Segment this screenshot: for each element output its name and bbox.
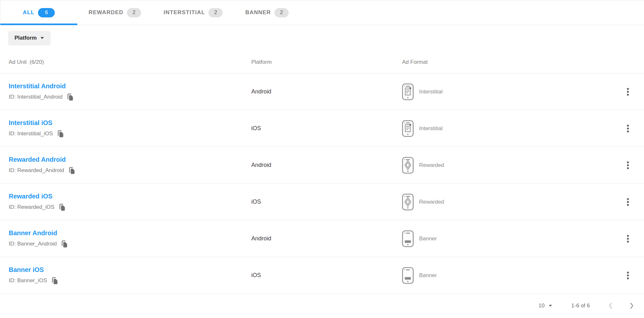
page-size-select[interactable]: 10 xyxy=(538,303,553,309)
banner-phone-icon xyxy=(402,267,414,284)
ad-unit-link[interactable]: Banner Android xyxy=(9,229,57,237)
copy-icon xyxy=(59,203,66,211)
platform-cell: Android xyxy=(251,235,402,242)
ad-unit-link[interactable]: Interstitial Android xyxy=(9,82,66,90)
chevron-left-icon xyxy=(608,302,613,310)
tab-all-count-badge: 6 xyxy=(38,8,55,17)
ad-unit-id-line: ID: Rewarded_iOS xyxy=(9,203,251,211)
ad-unit-link[interactable]: Interstitial iOS xyxy=(9,119,53,127)
ad-unit-id: ID: Banner_iOS xyxy=(9,277,47,284)
tab-all[interactable]: ALL 6 xyxy=(0,0,77,25)
page-size-value: 10 xyxy=(538,303,544,309)
platform-cell: iOS xyxy=(251,198,402,205)
filter-bar: Platform xyxy=(0,25,644,51)
row-menu-button[interactable] xyxy=(624,269,632,282)
table-row: Banner Android ID: Banner_Android Androi… xyxy=(0,220,644,257)
tab-rewarded-count-badge: 2 xyxy=(127,8,141,17)
table-row: Rewarded Android ID: Rewarded_Android An… xyxy=(0,147,644,184)
platform-filter-label: Platform xyxy=(14,35,37,41)
column-header-ad-format: Ad Format xyxy=(402,59,612,65)
ad-unit-link[interactable]: Rewarded Android xyxy=(9,156,66,163)
copy-id-button[interactable] xyxy=(67,93,74,101)
ad-unit-id-line: ID: Interstitial_Android xyxy=(9,93,251,101)
ad-unit-link[interactable]: Banner iOS xyxy=(9,266,44,274)
ad-unit-id: ID: Rewarded_Android xyxy=(9,167,64,174)
previous-page-button[interactable] xyxy=(607,301,614,311)
ad-unit-id: ID: Banner_Android xyxy=(9,241,57,247)
ad-format-cell: Rewarded xyxy=(402,157,612,174)
column-header-ad-unit: Ad Unit (6/20) xyxy=(0,59,251,65)
table-header: Ad Unit (6/20) Platform Ad Format xyxy=(0,51,644,73)
rewarded-phone-icon xyxy=(402,194,414,210)
page-range-label: 1-6 of 6 xyxy=(571,303,590,309)
ad-format-cell: Rewarded xyxy=(402,194,612,210)
ad-format-label: Banner xyxy=(419,236,437,242)
kebab-menu-icon xyxy=(626,161,630,169)
ad-unit-cell: Rewarded iOS ID: Rewarded_iOS xyxy=(0,193,251,211)
copy-id-button[interactable] xyxy=(61,240,68,248)
table-row: Rewarded iOS ID: Rewarded_iOS iOS Reward… xyxy=(0,184,644,220)
ad-unit-header-label: Ad Unit xyxy=(9,59,27,65)
copy-icon xyxy=(68,166,75,175)
row-actions xyxy=(612,159,644,172)
ad-unit-id: ID: Interstitial_Android xyxy=(9,94,62,100)
kebab-menu-icon xyxy=(626,88,630,96)
tab-banner-label: BANNER xyxy=(245,9,271,16)
platform-cell: iOS xyxy=(251,272,402,279)
ad-unit-cell: Banner Android ID: Banner_Android xyxy=(0,229,251,248)
ad-unit-usage-label: (6/20) xyxy=(30,59,44,65)
row-menu-button[interactable] xyxy=(624,159,632,172)
row-menu-button[interactable] xyxy=(624,195,632,209)
table-row: Banner iOS ID: Banner_iOS iOS Banner xyxy=(0,257,644,294)
ad-format-cell: Interstitial xyxy=(402,83,612,100)
ad-unit-id: ID: Rewarded_iOS xyxy=(9,204,54,210)
copy-id-button[interactable] xyxy=(57,130,64,138)
row-menu-button[interactable] xyxy=(624,85,632,99)
next-page-button[interactable] xyxy=(628,301,636,311)
platform-cell: Android xyxy=(251,88,402,95)
tab-interstitial[interactable]: INTERSTITIAL 2 xyxy=(152,0,234,25)
row-actions xyxy=(612,232,644,246)
ad-unit-id-line: ID: Banner_iOS xyxy=(9,276,251,285)
kebab-menu-icon xyxy=(626,271,630,280)
chevron-right-icon xyxy=(629,302,634,310)
copy-icon xyxy=(67,93,74,101)
ad-format-cell: Banner xyxy=(402,267,612,284)
pagination-bar: 10 1-6 of 6 xyxy=(0,294,644,318)
ad-unit-id-line: ID: Interstitial_iOS xyxy=(9,130,251,138)
tab-all-label: ALL xyxy=(23,9,34,16)
table-row: Interstitial iOS ID: Interstitial_iOS iO… xyxy=(0,110,644,147)
kebab-menu-icon xyxy=(626,235,630,243)
ad-unit-link[interactable]: Rewarded iOS xyxy=(9,193,53,200)
ad-unit-id: ID: Interstitial_iOS xyxy=(9,130,53,137)
ad-format-tabs: ALL 6 REWARDED 2 INTERSTITIAL 2 BANNER 2 xyxy=(0,0,644,25)
tab-interstitial-label: INTERSTITIAL xyxy=(164,9,205,16)
platform-filter-button[interactable]: Platform xyxy=(8,31,51,45)
ad-unit-id-line: ID: Rewarded_Android xyxy=(9,166,251,175)
row-actions xyxy=(612,195,644,209)
tab-interstitial-count-badge: 2 xyxy=(208,8,223,17)
row-actions xyxy=(612,122,644,135)
row-actions xyxy=(612,269,644,282)
row-menu-button[interactable] xyxy=(624,122,632,135)
ad-unit-cell: Interstitial Android ID: Interstitial_An… xyxy=(0,82,251,101)
row-menu-button[interactable] xyxy=(624,232,632,246)
copy-icon xyxy=(57,130,64,138)
ad-format-cell: Interstitial xyxy=(402,120,612,137)
ad-units-panel: ALL 6 REWARDED 2 INTERSTITIAL 2 BANNER 2… xyxy=(0,0,644,318)
ad-unit-id-line: ID: Banner_Android xyxy=(9,240,251,248)
table-row: Interstitial Android ID: Interstitial_An… xyxy=(0,73,644,110)
ad-format-label: Rewarded xyxy=(419,162,444,169)
copy-id-button[interactable] xyxy=(51,276,58,285)
ad-format-label: Interstitial xyxy=(419,89,443,95)
platform-cell: Android xyxy=(251,162,402,169)
tab-rewarded-label: REWARDED xyxy=(89,9,123,16)
tab-rewarded[interactable]: REWARDED 2 xyxy=(77,0,152,25)
copy-icon xyxy=(51,276,58,285)
caret-down-icon xyxy=(548,304,553,307)
copy-id-button[interactable] xyxy=(68,166,75,175)
banner-phone-icon xyxy=(402,230,414,247)
copy-id-button[interactable] xyxy=(59,203,66,211)
tab-banner[interactable]: BANNER 2 xyxy=(234,0,300,25)
rewarded-phone-icon xyxy=(402,157,414,174)
